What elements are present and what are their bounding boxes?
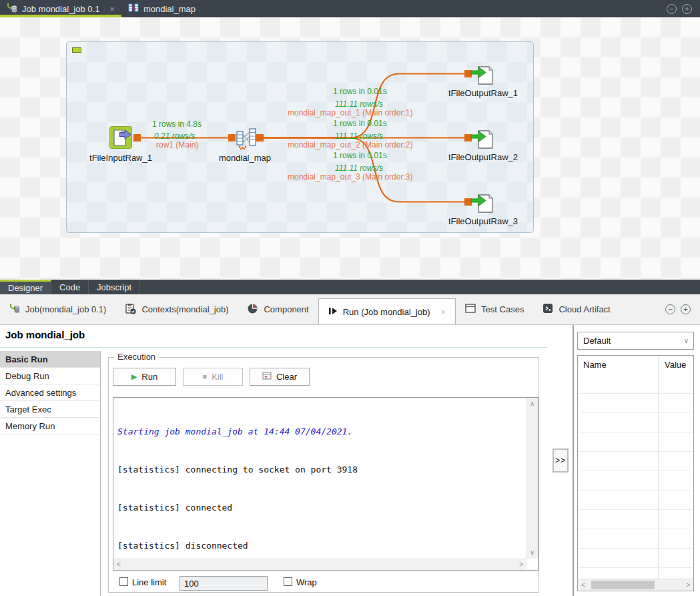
flow-name[interactable]: mondial_map_out_1 (Main order:1) [288, 108, 412, 117]
editor-tab-bar: Job mondial_job 0.1 × mondial_map − + [0, 0, 700, 17]
kill-button[interactable]: ■ Kill [183, 368, 243, 386]
line-limit-label: Line limit [132, 577, 166, 587]
console-hscrollbar[interactable]: < > [113, 559, 527, 570]
wrap-checkbox[interactable] [284, 577, 292, 586]
scrollbar-thumb[interactable] [591, 581, 655, 589]
tfileoutputraw1-icon[interactable] [470, 64, 496, 89]
tab-component[interactable]: Component [238, 294, 318, 324]
tfileinputraw-icon[interactable] [109, 126, 132, 152]
editor-tab-map[interactable]: mondial_map [121, 0, 202, 17]
tab-job-view-label: Job(mondial_job 0.1) [25, 304, 106, 314]
editor-tab-job[interactable]: Job mondial_job 0.1 × [0, 0, 121, 17]
context-table-hscrollbar[interactable]: < > [578, 579, 693, 591]
flow-name[interactable]: row1 (Main) [156, 140, 198, 150]
line-limit-input[interactable] [180, 576, 268, 591]
tfileoutputraw3-icon[interactable] [470, 192, 496, 218]
flow-stats: 1 rows in 0.01s [333, 119, 387, 128]
tab-contexts-label: Contexts(mondial_job) [141, 304, 228, 314]
clear-button-label: Clear [276, 372, 297, 382]
editor-tab-map-label: mondial_map [143, 4, 196, 14]
menu-item-memory-run[interactable]: Memory Run [0, 418, 100, 434]
line-limit-checkbox[interactable] [119, 577, 128, 586]
component-label[interactable]: tFileOutputRaw_3 [436, 216, 530, 226]
menu-item-target-exec[interactable]: Target Exec [0, 401, 100, 418]
kill-button-label: Kill [212, 372, 223, 382]
tmap-icon[interactable] [236, 127, 256, 152]
tab-code[interactable]: Code [51, 280, 89, 294]
execution-console[interactable]: Starting job mondial_job at 14:44 07/04/… [113, 397, 539, 571]
scroll-left-icon[interactable]: < [581, 582, 585, 589]
tab-jobscript[interactable]: Jobscript [89, 280, 140, 294]
menu-item-basic-run[interactable]: Basic Run [0, 351, 100, 368]
flow-name[interactable]: mondial_map_out_2 (Main order:2) [288, 140, 412, 150]
expand-panel-button[interactable]: >> [553, 449, 569, 473]
scroll-right-icon[interactable]: > [519, 561, 523, 568]
name-column-header[interactable]: Name [583, 360, 607, 370]
tab-cloud-artifact-label: Cloud Artifact [559, 304, 610, 314]
menu-separator [100, 351, 101, 596]
component-label[interactable]: tFileOutputRaw_2 [436, 152, 530, 162]
run-view: Job mondial_job Basic Run Debug Run Adva… [0, 325, 700, 596]
console-line: [statistics] connecting to socket on por… [117, 463, 522, 476]
editor-window-controls: − + [667, 0, 700, 17]
maximize-icon[interactable]: + [682, 4, 692, 14]
minimize-icon[interactable]: − [667, 4, 677, 14]
execution-legend: Execution [114, 352, 159, 362]
menu-item-debug-run[interactable]: Debug Run [0, 368, 100, 384]
close-icon[interactable]: × [441, 307, 446, 317]
scroll-left-icon[interactable]: < [117, 561, 121, 568]
component-label[interactable]: tFileOutputRaw_1 [436, 88, 530, 98]
tab-test-cases[interactable]: Test Cases [456, 294, 533, 324]
tab-run-label: Run (Job mondial_job) [343, 307, 430, 317]
console-line: [statistics] disconnected [117, 539, 522, 552]
tab-cloud-artifact[interactable]: Cloud Artifact [533, 294, 619, 324]
context-table: Name Value < > [577, 355, 694, 591]
run-menu: Basic Run Debug Run Advanced settings Ta… [0, 351, 100, 434]
flow-rate: 111.11 rows/s [335, 99, 383, 109]
context-panel: Default ∨ Name Value < > [577, 325, 694, 596]
view-tab-bar: Designer Code Jobscript [0, 280, 700, 294]
menu-item-advanced-settings[interactable]: Advanced settings [0, 384, 100, 401]
value-column-header[interactable]: Value [665, 360, 686, 370]
tab-contexts[interactable]: Contexts(mondial_job) [115, 294, 238, 324]
console-vscrollbar[interactable]: ∧ ∨ [527, 398, 538, 559]
context-selector[interactable]: Default ∨ [577, 332, 694, 350]
editor-tab-job-label: Job mondial_job 0.1 [22, 4, 99, 14]
minimize-icon[interactable]: − [665, 304, 675, 314]
console-line: [statistics] connected [117, 501, 522, 514]
test-cases-icon [465, 304, 476, 315]
tab-job-view[interactable]: Job(mondial_job 0.1) [0, 294, 115, 324]
maximize-icon[interactable]: + [681, 304, 691, 314]
play-icon: ▶ [131, 373, 137, 380]
contexts-icon [125, 303, 136, 316]
component-label[interactable]: mondial_map [212, 153, 278, 163]
context-table-body[interactable] [578, 374, 693, 579]
flow-name[interactable]: mondial_map_out_3 (Main order:3) [288, 172, 412, 182]
clear-button[interactable]: Clear [250, 368, 310, 386]
run-button[interactable]: ▶ Run [113, 368, 176, 386]
panel-sash[interactable] [573, 325, 574, 596]
chevron-down-icon: ∨ [684, 337, 689, 344]
close-icon[interactable]: × [109, 4, 115, 14]
component-label[interactable]: tFileInputRaw_1 [80, 153, 161, 163]
map-icon [128, 3, 139, 15]
context-selector-value: Default [583, 336, 611, 346]
tab-designer[interactable]: Designer [0, 280, 51, 294]
panel-tab-bar: Job(mondial_job 0.1) Contexts(mondial_jo… [0, 294, 700, 325]
stop-icon: ■ [203, 373, 208, 380]
scroll-up-icon[interactable]: ∧ [530, 400, 535, 407]
panel-controls: − + [665, 294, 700, 324]
scroll-down-icon[interactable]: ∨ [530, 549, 535, 556]
tfileoutputraw2-icon[interactable] [470, 128, 496, 154]
flow-rate: 111.11 rows/s [335, 164, 383, 173]
talend-studio-window: Job mondial_job 0.1 × mondial_map − + [0, 0, 700, 596]
design-workspace[interactable]: tFileInputRaw_1 mondial_map [0, 17, 700, 280]
scroll-right-icon[interactable]: > [686, 582, 690, 589]
tab-test-cases-label: Test Cases [481, 304, 524, 314]
flow-stats: 1 rows in 4.8s [152, 119, 202, 129]
job-canvas[interactable]: tFileInputRaw_1 mondial_map [66, 41, 534, 233]
flow-rate: 111.11 rows/s [335, 131, 383, 141]
tab-run[interactable]: Run (Job mondial_job) × [318, 298, 456, 324]
context-table-header: Name Value [578, 356, 693, 374]
job-icon [7, 3, 17, 15]
